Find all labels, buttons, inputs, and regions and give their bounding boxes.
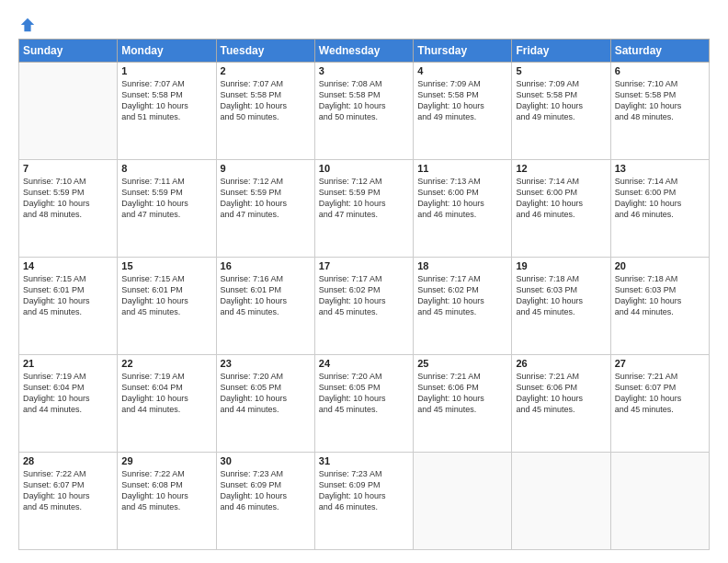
calendar-cell [610,453,709,550]
calendar-week-row: 14Sunrise: 7:15 AM Sunset: 6:01 PM Dayli… [19,258,710,355]
day-number: 27 [615,358,705,369]
day-info: Sunrise: 7:23 AM Sunset: 6:09 PM Dayligh… [221,468,311,513]
day-info: Sunrise: 7:19 AM Sunset: 6:04 PM Dayligh… [121,371,211,416]
day-number: 22 [121,358,211,369]
calendar-cell: 14Sunrise: 7:15 AM Sunset: 6:01 PM Dayli… [19,258,118,355]
day-number: 20 [615,260,705,271]
calendar-col-header: Saturday [610,40,709,63]
day-info: Sunrise: 7:20 AM Sunset: 6:05 PM Dayligh… [221,371,311,416]
day-info: Sunrise: 7:18 AM Sunset: 6:03 PM Dayligh… [516,273,606,318]
day-number: 25 [417,358,507,369]
calendar-cell: 30Sunrise: 7:23 AM Sunset: 6:09 PM Dayli… [216,453,314,550]
calendar-cell: 1Sunrise: 7:07 AM Sunset: 5:58 PM Daylig… [118,63,216,160]
calendar-cell: 3Sunrise: 7:08 AM Sunset: 5:58 PM Daylig… [314,63,413,160]
calendar-header-row: SundayMondayTuesdayWednesdayThursdayFrid… [19,40,710,63]
day-number: 19 [516,260,606,271]
day-number: 28 [23,455,113,466]
day-info: Sunrise: 7:13 AM Sunset: 6:00 PM Dayligh… [417,176,507,221]
calendar-cell: 13Sunrise: 7:14 AM Sunset: 6:00 PM Dayli… [610,160,709,258]
calendar-cell: 15Sunrise: 7:15 AM Sunset: 6:01 PM Dayli… [118,258,216,355]
calendar-cell: 7Sunrise: 7:10 AM Sunset: 5:59 PM Daylig… [19,160,118,258]
calendar-cell: 26Sunrise: 7:21 AM Sunset: 6:06 PM Dayli… [512,355,610,453]
day-number: 7 [23,163,113,174]
calendar-cell: 21Sunrise: 7:19 AM Sunset: 6:04 PM Dayli… [19,355,118,453]
calendar-col-header: Friday [512,40,610,63]
calendar-cell: 8Sunrise: 7:11 AM Sunset: 5:59 PM Daylig… [118,160,216,258]
calendar-cell: 4Sunrise: 7:09 AM Sunset: 5:58 PM Daylig… [414,63,512,160]
day-number: 30 [221,455,311,466]
calendar-cell: 25Sunrise: 7:21 AM Sunset: 6:06 PM Dayli… [414,355,512,453]
calendar-cell: 24Sunrise: 7:20 AM Sunset: 6:05 PM Dayli… [314,355,413,453]
day-info: Sunrise: 7:14 AM Sunset: 6:00 PM Dayligh… [516,176,606,221]
day-number: 24 [319,358,409,369]
day-number: 21 [23,358,113,369]
calendar-table: SundayMondayTuesdayWednesdayThursdayFrid… [18,39,710,550]
day-info: Sunrise: 7:15 AM Sunset: 6:01 PM Dayligh… [23,273,113,318]
calendar-cell: 9Sunrise: 7:12 AM Sunset: 5:59 PM Daylig… [216,160,314,258]
day-number: 18 [417,260,507,271]
logo-icon [19,17,36,33]
calendar-cell: 19Sunrise: 7:18 AM Sunset: 6:03 PM Dayli… [512,258,610,355]
calendar-cell: 23Sunrise: 7:20 AM Sunset: 6:05 PM Dayli… [216,355,314,453]
day-info: Sunrise: 7:21 AM Sunset: 6:07 PM Dayligh… [615,371,705,416]
day-info: Sunrise: 7:20 AM Sunset: 6:05 PM Dayligh… [319,371,409,416]
day-info: Sunrise: 7:14 AM Sunset: 6:00 PM Dayligh… [615,176,705,221]
day-info: Sunrise: 7:15 AM Sunset: 6:01 PM Dayligh… [121,273,211,318]
day-info: Sunrise: 7:09 AM Sunset: 5:58 PM Dayligh… [417,78,507,123]
calendar-col-header: Thursday [414,40,512,63]
day-number: 3 [319,65,409,76]
calendar-cell: 2Sunrise: 7:07 AM Sunset: 5:58 PM Daylig… [216,63,314,160]
day-number: 16 [221,260,311,271]
day-info: Sunrise: 7:21 AM Sunset: 6:06 PM Dayligh… [417,371,507,416]
calendar-cell: 12Sunrise: 7:14 AM Sunset: 6:00 PM Dayli… [512,160,610,258]
calendar-cell: 6Sunrise: 7:10 AM Sunset: 5:58 PM Daylig… [610,63,709,160]
calendar-cell: 31Sunrise: 7:23 AM Sunset: 6:09 PM Dayli… [314,453,413,550]
day-info: Sunrise: 7:22 AM Sunset: 6:08 PM Dayligh… [121,468,211,513]
calendar-week-row: 1Sunrise: 7:07 AM Sunset: 5:58 PM Daylig… [19,63,710,160]
calendar-cell: 10Sunrise: 7:12 AM Sunset: 5:59 PM Dayli… [314,160,413,258]
day-number: 26 [516,358,606,369]
logo [18,17,36,29]
day-info: Sunrise: 7:08 AM Sunset: 5:58 PM Dayligh… [319,78,409,123]
day-info: Sunrise: 7:19 AM Sunset: 6:04 PM Dayligh… [23,371,113,416]
calendar-cell: 28Sunrise: 7:22 AM Sunset: 6:07 PM Dayli… [19,453,118,550]
calendar-cell: 11Sunrise: 7:13 AM Sunset: 6:00 PM Dayli… [414,160,512,258]
day-info: Sunrise: 7:12 AM Sunset: 5:59 PM Dayligh… [221,176,311,221]
day-number: 12 [516,163,606,174]
day-info: Sunrise: 7:07 AM Sunset: 5:58 PM Dayligh… [121,78,211,123]
day-info: Sunrise: 7:10 AM Sunset: 5:58 PM Dayligh… [615,78,705,123]
day-number: 6 [615,65,705,76]
day-info: Sunrise: 7:09 AM Sunset: 5:58 PM Dayligh… [516,78,606,123]
day-number: 5 [516,65,606,76]
calendar-cell: 17Sunrise: 7:17 AM Sunset: 6:02 PM Dayli… [314,258,413,355]
calendar-col-header: Sunday [19,40,118,63]
day-number: 29 [121,455,211,466]
day-number: 23 [221,358,311,369]
calendar-cell: 20Sunrise: 7:18 AM Sunset: 6:03 PM Dayli… [610,258,709,355]
svg-marker-0 [21,18,34,31]
calendar-cell: 16Sunrise: 7:16 AM Sunset: 6:01 PM Dayli… [216,258,314,355]
calendar-cell [414,453,512,550]
calendar-col-header: Tuesday [216,40,314,63]
day-info: Sunrise: 7:21 AM Sunset: 6:06 PM Dayligh… [516,371,606,416]
day-info: Sunrise: 7:16 AM Sunset: 6:01 PM Dayligh… [221,273,311,318]
calendar-cell: 29Sunrise: 7:22 AM Sunset: 6:08 PM Dayli… [118,453,216,550]
day-info: Sunrise: 7:12 AM Sunset: 5:59 PM Dayligh… [319,176,409,221]
day-info: Sunrise: 7:22 AM Sunset: 6:07 PM Dayligh… [23,468,113,513]
day-number: 17 [319,260,409,271]
day-number: 9 [221,163,311,174]
day-number: 11 [417,163,507,174]
day-info: Sunrise: 7:11 AM Sunset: 5:59 PM Dayligh… [121,176,211,221]
day-info: Sunrise: 7:17 AM Sunset: 6:02 PM Dayligh… [417,273,507,318]
day-number: 2 [221,65,311,76]
day-number: 15 [121,260,211,271]
day-number: 8 [121,163,211,174]
day-info: Sunrise: 7:18 AM Sunset: 6:03 PM Dayligh… [615,273,705,318]
calendar-cell: 22Sunrise: 7:19 AM Sunset: 6:04 PM Dayli… [118,355,216,453]
day-number: 31 [319,455,409,466]
day-number: 14 [23,260,113,271]
day-number: 10 [319,163,409,174]
calendar-cell: 18Sunrise: 7:17 AM Sunset: 6:02 PM Dayli… [414,258,512,355]
calendar-cell: 27Sunrise: 7:21 AM Sunset: 6:07 PM Dayli… [610,355,709,453]
day-info: Sunrise: 7:10 AM Sunset: 5:59 PM Dayligh… [23,176,113,221]
